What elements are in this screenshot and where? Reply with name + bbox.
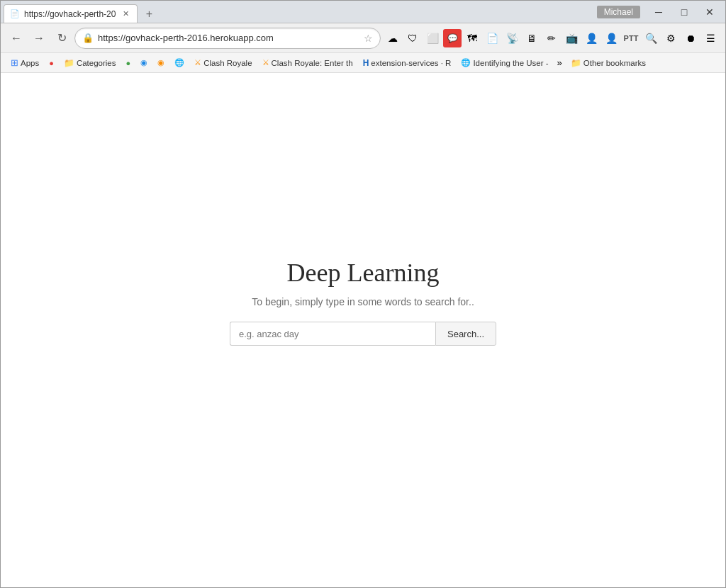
page-title: Deep Learning [287,258,440,288]
edit-icon[interactable]: ✏ [542,29,561,47]
bookmark-clash2[interactable]: ⚔ Clash Royale: Enter th [258,55,357,71]
back-button[interactable]: ← [6,28,26,48]
bookmark-b1[interactable]: ● [122,55,135,71]
cloud-icon[interactable]: ☁ [384,29,402,47]
reload-button[interactable]: ↻ [52,28,72,48]
user-icon-2[interactable]: 👤 [602,29,620,47]
address-bar[interactable]: 🔒 ☆ [74,28,381,49]
lock-icon: 🔒 [82,33,94,43]
cast-icon[interactable]: ⬜ [423,29,442,47]
monitor-icon[interactable]: 🖥 [523,29,541,47]
search-button[interactable]: Search... [435,322,496,346]
maps-icon[interactable]: 🗺 [463,29,481,47]
menu-icon[interactable]: ☰ [701,29,720,47]
docs-icon[interactable]: 📄 [483,29,501,47]
bookmark-b2[interactable]: ◉ [136,55,152,71]
clash-icon-2: ⚔ [262,58,269,67]
search-form: Search... [230,322,496,346]
identifying-icon: 🌐 [461,58,471,67]
bookmark-b4[interactable]: 🌐 [170,55,189,71]
other-bookmarks[interactable]: 📁 Other bookmarks [566,57,650,69]
bookmark-b2-icon: ◉ [140,58,147,67]
bookmark-categories[interactable]: 📁 Categories [60,55,121,71]
forward-button[interactable]: → [29,28,49,48]
window-controls: Michael ─ □ ✕ [597,4,725,21]
tab-close-button[interactable]: ✕ [120,9,131,20]
bookmark-apps[interactable]: ⊞ Apps [6,55,43,71]
apps-icon: ⊞ [11,57,18,68]
browser-window: 📄 https://govhack-perth-20 ✕ + Michael ─… [0,0,726,588]
other-bookmarks-folder-icon: 📁 [571,58,581,68]
page-content: Deep Learning To begin, simply type in s… [1,73,725,587]
bookmark-clash1[interactable]: ⚔ Clash Royale [190,55,256,71]
other-bookmarks-label: Other bookmarks [583,59,646,67]
maximize-button[interactable]: □ [671,4,697,21]
user-icon-1[interactable]: 👤 [582,29,601,47]
bookmark-red[interactable]: ● [45,55,58,71]
settings-icon[interactable]: ⚙ [661,29,680,47]
nav-bar: ← → ↻ 🔒 ☆ ☁ 🛡 ⬜ 💬 🗺 📄 📡 🖥 ✏ 📺 👤 👤 PTT 🔍 … [1,23,725,53]
bookmark-clash1-label: Clash Royale [203,59,252,67]
page-subtitle: To begin, simply type in some words to s… [252,296,474,307]
active-tab[interactable]: 📄 https://govhack-perth-20 ✕ [4,4,138,23]
bookmark-identifying[interactable]: 🌐 Identifying the User - [457,55,552,71]
bookmark-clash2-label: Clash Royale: Enter th [272,59,353,67]
bookmark-red-icon: ● [49,59,54,67]
more-bookmarks-button[interactable]: » [554,56,565,69]
extension-icon: H [363,58,369,68]
bookmark-extension[interactable]: H extension-services · R [359,55,456,71]
user-badge: Michael [597,6,640,18]
ptt-icon[interactable]: PTT [622,29,640,47]
tab-favicon: 📄 [10,9,20,18]
bookmark-categories-label: Categories [77,59,116,67]
bookmark-identifying-label: Identifying the User - [473,59,548,67]
url-input[interactable] [98,33,359,43]
tab-title: https://govhack-perth-20 [24,9,116,19]
bookmark-star-icon[interactable]: ☆ [364,33,373,44]
search-icon[interactable]: 🔍 [642,29,660,47]
media-icon[interactable]: 📺 [562,29,581,47]
clash-icon-1: ⚔ [194,58,201,67]
record-icon[interactable]: ⏺ [681,29,700,47]
bookmark-b3[interactable]: ◉ [153,55,169,71]
bookmark-b4-icon: 🌐 [174,58,184,67]
tab-area: 📄 https://govhack-perth-20 ✕ + [4,1,157,23]
bookmarks-bar: ⊞ Apps ● 📁 Categories ● ◉ ◉ 🌐 ⚔ Clash Ro… [1,53,725,73]
folder-icon: 📁 [64,58,74,68]
bookmark-b1-icon: ● [126,59,131,67]
new-tab-button[interactable]: + [140,6,157,23]
signal-icon[interactable]: 📡 [503,29,521,47]
toolbar-icons: ☁ 🛡 ⬜ 💬 🗺 📄 📡 🖥 ✏ 📺 👤 👤 PTT 🔍 ⚙ ⏺ ☰ [384,29,720,47]
close-button[interactable]: ✕ [697,4,722,21]
bookmark-extension-label: extension-services · R [371,59,451,67]
bookmark-apps-label: Apps [21,59,39,67]
search-input[interactable] [230,322,435,346]
chat-icon[interactable]: 💬 [443,29,462,47]
minimize-button[interactable]: ─ [646,4,671,21]
title-bar: 📄 https://govhack-perth-20 ✕ + Michael ─… [1,1,725,23]
shield-icon[interactable]: 🛡 [403,29,422,47]
bookmark-b3-icon: ◉ [157,58,164,67]
